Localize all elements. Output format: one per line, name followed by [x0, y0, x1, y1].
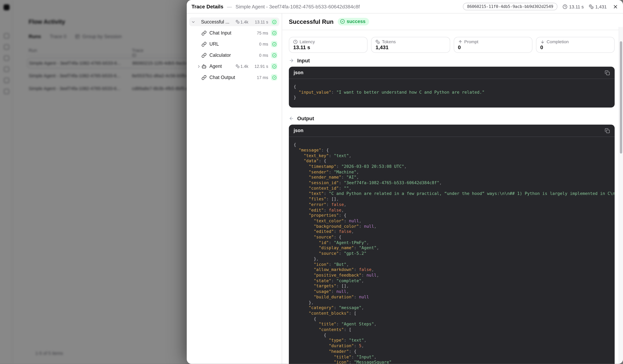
span-label: Successful ... — [201, 19, 229, 25]
header-latency-stat: 13.11 s — [563, 4, 584, 9]
span-tree: Successful ...1.4k13.11 sChat Input75 ms… — [187, 14, 282, 364]
success-check-badge — [271, 30, 277, 36]
arrow-right-icon — [289, 58, 294, 63]
link-icon — [201, 75, 206, 80]
success-check-badge — [271, 41, 277, 47]
metric-value: 13.11 s — [293, 44, 363, 50]
run-title: Successful Run — [289, 18, 334, 25]
input-section-label[interactable]: Input — [289, 58, 615, 63]
output-json: { "message": { "text_key": "text", "data… — [289, 137, 615, 364]
copy-button[interactable] — [605, 70, 610, 75]
clock-icon — [293, 40, 298, 44]
trace-details-sheet: Trace Details — Simple Agent - 3eef74fa-… — [187, 0, 623, 364]
input-code-header: json — [289, 67, 615, 79]
trace-id-badge[interactable]: 86060215-11f0-4db5-9acb-bb9d302d2549 — [463, 3, 557, 10]
token-count: 1.4k — [236, 20, 248, 24]
sheet-header: Trace Details — Simple Agent - 3eef74fa-… — [187, 0, 623, 14]
metric-value: 1,431 — [376, 44, 445, 50]
code-language-label: json — [294, 128, 303, 133]
input-code-block: json { "input_value": "I want to better … — [289, 67, 615, 108]
viewport: Flow Activity RunsTrace 0Group by Sessio… — [0, 0, 623, 364]
coins-icon — [236, 20, 240, 24]
chevron-down-icon — [191, 20, 196, 24]
copy-button[interactable] — [605, 128, 610, 133]
metric-card-latency: Latency13.11 s — [289, 37, 368, 53]
span-label: Agent — [209, 63, 222, 69]
title-separator: — — [227, 4, 232, 9]
chevron-right-icon — [197, 64, 201, 68]
token-count: 1.4k — [236, 64, 248, 69]
tree-row-successful-[interactable]: Successful ...1.4k13.11 s — [189, 18, 279, 26]
tree-row-chat-input[interactable]: Chat Input75 ms — [200, 29, 279, 37]
span-label: Chat Input — [209, 30, 231, 36]
span-label: Calculator — [209, 52, 231, 58]
span-label: Chat Output — [209, 75, 235, 80]
metric-value: 0 — [458, 44, 528, 50]
sheet-subtitle: Simple Agent - 3eef74fa-1082-4765-b533-6… — [236, 4, 360, 9]
span-duration: 75 ms — [251, 30, 268, 35]
scrollbar-thumb[interactable] — [620, 41, 622, 154]
arrow-down-icon — [540, 40, 545, 44]
check-circle-icon — [340, 19, 345, 24]
link-icon — [201, 53, 206, 58]
close-icon — [613, 4, 618, 9]
link-icon — [201, 41, 206, 47]
run-content: Latency13.11 sTokens1,431Prompt0Completi… — [282, 30, 623, 364]
arrow-up-icon — [458, 40, 462, 44]
tree-row-calculator[interactable]: Calculator0 ms — [200, 51, 279, 60]
run-title-row: Successful Run success — [282, 14, 623, 30]
output-code-block: json { "message": { "text_key": "text", … — [289, 125, 615, 364]
copy-icon — [605, 128, 610, 133]
coins-icon — [589, 4, 594, 9]
span-duration: 12.91 s — [251, 64, 268, 69]
success-check-badge — [271, 63, 277, 70]
metric-card-tokens: Tokens1,431 — [371, 37, 450, 53]
tree-row-url[interactable]: URL0 ms — [200, 40, 279, 48]
metric-card-prompt: Prompt0 — [454, 37, 532, 53]
trace-main: Successful Run success Latency13.11 sTok… — [282, 14, 623, 364]
success-check-badge — [271, 74, 277, 81]
output-code-header: json — [289, 125, 615, 137]
sheet-title: Trace Details — [192, 3, 223, 9]
metric-cards: Latency13.11 sTokens1,431Prompt0Completi… — [289, 37, 615, 53]
clock-icon — [563, 4, 568, 9]
link-icon — [201, 30, 206, 36]
success-check-badge — [271, 52, 277, 58]
input-json: { "input_value": "I want to better under… — [289, 79, 615, 108]
arrow-left-icon — [289, 116, 294, 121]
tree-row-chat-output[interactable]: Chat Output17 ms — [200, 73, 279, 82]
success-check-badge — [271, 19, 277, 25]
scrollbar-track[interactable] — [619, 27, 623, 364]
span-duration: 0 ms — [251, 53, 268, 58]
span-label: URL — [209, 41, 219, 47]
metric-value: 0 — [540, 44, 610, 50]
tree-row-agent[interactable]: Agent1.4k12.91 s — [195, 62, 279, 71]
header-tokens-stat: 1,431 — [589, 4, 607, 9]
coins-icon — [236, 64, 240, 68]
span-duration: 0 ms — [251, 42, 268, 46]
status-badge: success — [337, 18, 369, 25]
output-section-label[interactable]: Output — [289, 116, 615, 121]
code-language-label: json — [294, 70, 303, 76]
close-button[interactable] — [613, 4, 618, 9]
copy-icon — [605, 70, 610, 75]
span-duration: 17 ms — [251, 75, 268, 80]
metric-card-completion: Completion0 — [536, 37, 615, 53]
span-duration: 13.11 s — [251, 20, 268, 24]
coins-icon — [376, 40, 380, 44]
bot-icon — [201, 64, 206, 69]
